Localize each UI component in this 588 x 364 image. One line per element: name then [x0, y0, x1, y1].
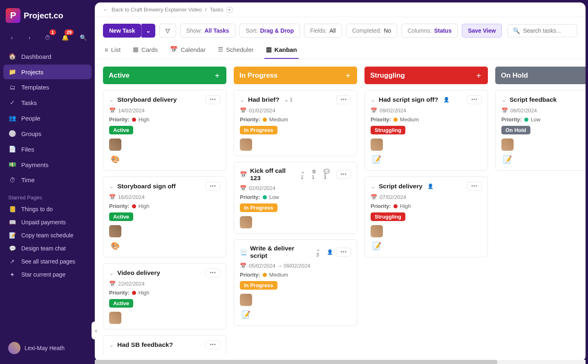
- assignee-avatar[interactable]: [371, 225, 383, 237]
- back-icon[interactable]: ←: [103, 7, 108, 13]
- horizontal-scrollbar[interactable]: [95, 360, 586, 364]
- view-tab-list[interactable]: ≡List: [103, 42, 122, 59]
- sidebar-item-tasks[interactable]: ✓Tasks: [3, 95, 92, 110]
- card-chip: 👤: [327, 249, 333, 255]
- status-pill: In Progress: [240, 203, 277, 212]
- scrollbar-thumb[interactable]: [95, 360, 497, 364]
- bell-icon[interactable]: 🔔29: [59, 31, 72, 44]
- new-task-dropdown[interactable]: ⌄: [141, 24, 155, 38]
- forward-arrow-icon[interactable]: ›: [24, 31, 36, 44]
- assignee-avatar[interactable]: [371, 138, 383, 151]
- add-card-icon[interactable]: ＋: [344, 71, 351, 80]
- columns-filter[interactable]: Columns: Status: [401, 24, 458, 38]
- card-title: Script delivery: [379, 183, 423, 190]
- column-cards: ⌄ Had script sign off? 👤 ••• 📅09/02/2024…: [364, 84, 488, 257]
- assignee-avatar[interactable]: [109, 138, 121, 151]
- sidebar-item-projects[interactable]: 📁Projects: [3, 65, 92, 79]
- task-card[interactable]: ⌄ Had SB feedback? •••: [103, 335, 226, 354]
- sidebar-collapse-button[interactable]: ‹: [92, 322, 101, 339]
- card-type-icon: ⌄: [109, 270, 114, 276]
- card-assignees: 🎨: [109, 138, 220, 165]
- calendar-icon: 📅: [240, 263, 246, 269]
- card-more-button[interactable]: •••: [206, 268, 220, 277]
- starred-label: Unpaid payments: [21, 219, 66, 226]
- task-card[interactable]: ⌄ Script delivery 👤 ••• 📅07/02/2024 Prio…: [364, 176, 488, 257]
- completed-filter[interactable]: Completed: No: [346, 24, 398, 38]
- starred-label: See all starred pages: [21, 258, 75, 265]
- card-more-button[interactable]: •••: [467, 95, 482, 104]
- assignee-avatar[interactable]: [240, 216, 252, 228]
- priority-dot-icon: [132, 291, 136, 295]
- new-task-button[interactable]: New Task: [103, 24, 141, 38]
- sidebar-item-payments[interactable]: 💵Payments: [3, 157, 92, 172]
- add-card-icon[interactable]: ＋: [214, 71, 221, 80]
- fields-filter[interactable]: Fields: All: [304, 24, 342, 38]
- starred-nav: 📒Things to do📖Unpaid payments📝Copy team …: [3, 203, 92, 281]
- sidebar-item-dashboard[interactable]: 🏠Dashboard: [3, 49, 92, 64]
- status-pill: Struggling: [371, 212, 405, 221]
- assignee-avatar[interactable]: [501, 138, 514, 151]
- assignee-avatar[interactable]: [109, 225, 121, 237]
- add-card-icon[interactable]: ＋: [475, 71, 482, 80]
- user-avatar: [8, 342, 20, 354]
- card-type-icon: ⌄: [371, 183, 376, 190]
- card-emoji-icon: 🎨: [109, 153, 121, 165]
- card-date: 📅16/02/2024: [109, 194, 220, 200]
- breadcrumb-back[interactable]: Back to Craft Brewery Explainer Video: [112, 7, 202, 13]
- task-card[interactable]: ⌄ Had script sign off? 👤 ••• 📅09/02/2024…: [364, 90, 488, 171]
- card-more-button[interactable]: •••: [336, 248, 351, 257]
- search-icon[interactable]: 🔍: [77, 31, 89, 44]
- task-card[interactable]: 📃 Write & deliver script ⌄ 3👤 ••• 📅05/02…: [234, 239, 357, 326]
- view-tab-kanban[interactable]: ▥Kanban: [264, 42, 299, 59]
- starred-item[interactable]: ✦Star current page: [3, 268, 92, 281]
- show-filter[interactable]: Show: All Tasks: [180, 24, 235, 38]
- starred-item[interactable]: 📒Things to do: [3, 203, 92, 215]
- task-card[interactable]: ⌄ Had brief? ⌄ 1 ••• 📅01/02/2024 Priorit…: [234, 90, 357, 156]
- back-arrow-icon[interactable]: ‹: [6, 31, 18, 44]
- current-user[interactable]: Lexi-May Heath: [3, 337, 92, 359]
- sidebar-item-groups[interactable]: ⚪Groups: [3, 126, 92, 141]
- starred-item[interactable]: ↗See all starred pages: [3, 255, 92, 268]
- sidebar-item-time[interactable]: ⏱Time: [3, 173, 92, 187]
- starred-item[interactable]: 💬Design team chat: [3, 242, 92, 255]
- assignee-avatar[interactable]: [240, 138, 252, 151]
- search-box[interactable]: 🔍: [508, 24, 577, 37]
- starred-item[interactable]: 📝Copy team schedule: [3, 229, 92, 241]
- sort-filter[interactable]: Sort: Drag & Drop: [239, 24, 300, 38]
- card-more-button[interactable]: •••: [467, 182, 482, 191]
- column-struggling: Struggling＋ ⌄ Had script sign off? 👤 •••…: [364, 67, 488, 354]
- column-title: Active: [109, 71, 130, 80]
- card-more-button[interactable]: •••: [336, 170, 351, 179]
- sidebar-item-files[interactable]: 📄Files: [3, 142, 92, 156]
- filter-button[interactable]: ▽: [159, 24, 176, 38]
- view-tab-scheduler[interactable]: ☰Scheduler: [216, 42, 255, 59]
- priority-dot-icon: [132, 118, 136, 122]
- sidebar-item-people[interactable]: 👥People: [3, 111, 92, 125]
- priority-dot-icon: [263, 118, 267, 122]
- sidebar-item-templates[interactable]: 🗂Templates: [3, 80, 92, 94]
- assignee-avatar[interactable]: [109, 312, 121, 324]
- view-tab-calendar[interactable]: 📅Calendar: [168, 42, 207, 59]
- breadcrumb-menu-icon[interactable]: ▾: [227, 7, 233, 13]
- column-cards: ⌄ Script feedback ••• 📅08/02/2024 Priori…: [495, 84, 586, 171]
- card-priority: Priority: Medium: [240, 116, 351, 123]
- task-card[interactable]: ⌄ Video delivery ••• 📅22/02/2024 Priorit…: [103, 263, 226, 329]
- task-card[interactable]: ⌄ Script feedback ••• 📅08/02/2024 Priori…: [495, 90, 586, 171]
- timer-icon[interactable]: ⏱1: [41, 31, 54, 44]
- view-tab-cards[interactable]: ▦Cards: [131, 42, 159, 59]
- card-more-button[interactable]: •••: [206, 340, 220, 349]
- task-card[interactable]: ⌄ Storyboard delivery ••• 📅14/02/2024 Pr…: [103, 90, 226, 171]
- starred-item[interactable]: 📖Unpaid payments: [3, 216, 92, 228]
- search-input[interactable]: [523, 27, 572, 34]
- card-chips: ⌄ 3👤: [316, 246, 333, 258]
- task-card[interactable]: 📅 Kick off call 123 ⌄ 1🗎 1💬 3 ••• 📅02/02…: [234, 162, 357, 234]
- starred-label: Design team chat: [21, 245, 66, 252]
- card-more-button[interactable]: •••: [206, 95, 220, 104]
- save-view-button[interactable]: Save View: [462, 24, 502, 38]
- assignee-avatar[interactable]: [240, 294, 252, 306]
- brand-logo[interactable]: P Project.co: [3, 5, 92, 29]
- card-more-button[interactable]: •••: [336, 95, 351, 104]
- task-card[interactable]: ⌄ Storyboard sign off ••• 📅16/02/2024 Pr…: [103, 176, 226, 257]
- card-more-button[interactable]: •••: [206, 182, 220, 191]
- nav-icon: ⚪: [8, 130, 16, 137]
